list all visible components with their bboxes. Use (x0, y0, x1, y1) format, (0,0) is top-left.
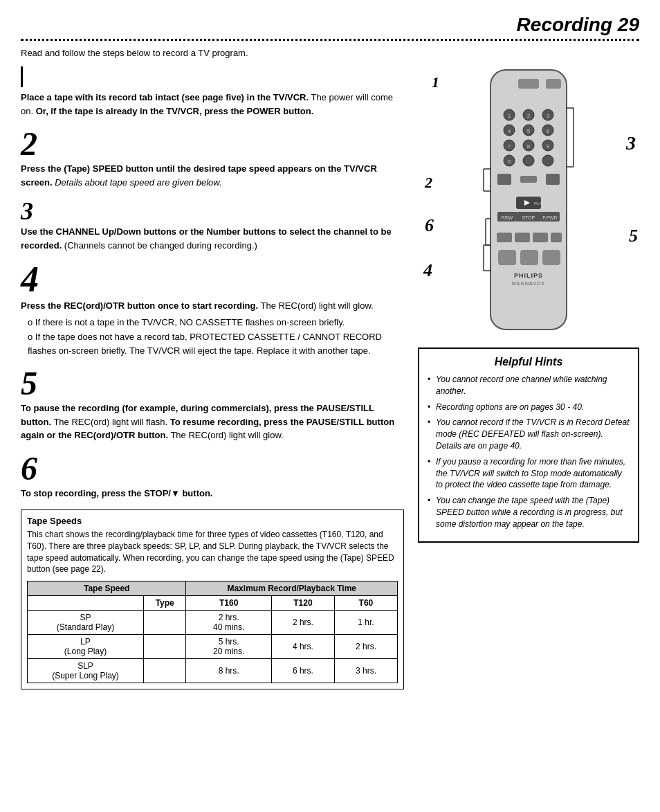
remote-label-4: 4 (423, 260, 432, 281)
svg-rect-26 (546, 174, 560, 185)
col-t120: T120 (271, 596, 334, 611)
step-4-bullet-1: If there is not a tape in the TV/VCR, NO… (28, 316, 404, 330)
intro-text: Read and follow the steps below to recor… (21, 48, 639, 58)
svg-rect-25 (497, 174, 511, 185)
step-6-number: 6 (21, 452, 404, 485)
lp-t160: 5 hrs.20 mins. (186, 635, 271, 659)
speed-slp-label: (Super Long Play) (52, 671, 119, 680)
remote-svg: 1 2 3 4 5 6 7 8 9 0 (459, 66, 598, 336)
step-2-number: 2 (21, 127, 404, 161)
step-3-text: Use the CHANNEL Up/Down buttons or the N… (21, 225, 404, 252)
svg-text:3: 3 (547, 113, 550, 119)
step-2-text: Press the (Tape) SPEED button until the … (21, 162, 404, 189)
col-t60: T60 (334, 596, 397, 611)
sp-type (144, 611, 186, 635)
svg-text:STOP: STOP (522, 215, 535, 220)
slp-t120: 6 hrs. (271, 659, 334, 683)
slp-t60: 3 hrs. (334, 659, 397, 683)
tape-speed-table: Tape Speed Maximum Record/Playback Time … (27, 581, 398, 683)
svg-text:7: 7 (508, 143, 511, 150)
svg-rect-41 (498, 250, 516, 265)
svg-text:6: 6 (547, 128, 550, 134)
col-max-time: Maximum Record/Playback Time (186, 581, 398, 596)
svg-text:5: 5 (527, 128, 531, 134)
hints-list: You cannot record one channel while watc… (428, 374, 630, 530)
svg-rect-39 (533, 233, 548, 242)
sp-t160: 2 hrs.40 mins. (186, 611, 271, 635)
col-tape-speed: Tape Speed (28, 581, 186, 596)
svg-rect-1 (518, 79, 539, 89)
slp-t160: 8 hrs. (186, 659, 271, 683)
lp-type (144, 635, 186, 659)
step-4: 4 Press the REC(ord)/OTR button once to … (21, 262, 404, 357)
svg-point-23 (523, 155, 534, 166)
svg-text:PHILIPS: PHILIPS (514, 272, 543, 279)
step-6: 6 To stop recording, press the STOP/▼ bu… (21, 452, 404, 500)
hints-title: Helpful Hints (428, 356, 630, 368)
svg-text:9: 9 (547, 143, 550, 150)
svg-text:REW: REW (502, 215, 513, 220)
speed-lp: LP(Long Play) (28, 635, 144, 659)
table-row: LP(Long Play) 5 hrs.20 mins. 4 hrs. 2 hr… (28, 635, 398, 659)
svg-rect-42 (520, 250, 538, 265)
speed-sp-label: (Standard Play) (57, 622, 114, 632)
remote-label-5: 5 (629, 226, 638, 246)
col-type: Type (144, 596, 186, 611)
svg-text:MAGNAVOX: MAGNAVOX (512, 281, 545, 286)
tape-speeds-box: Tape Speeds This chart shows the recordi… (21, 509, 404, 689)
hint-3: You cannot record if the TV/VCR is in Re… (428, 417, 630, 451)
step-3: 3 Use the CHANNEL Up/Down buttons or the… (21, 199, 404, 252)
svg-text:0: 0 (508, 159, 511, 165)
remote-label-3: 3 (626, 132, 636, 154)
slp-type (144, 659, 186, 683)
svg-rect-27 (520, 176, 537, 183)
svg-rect-2 (546, 79, 561, 89)
hint-4: If you pause a recording for more than f… (428, 456, 630, 491)
sp-t120: 2 hrs. (271, 611, 334, 635)
remote-label-6: 6 (425, 215, 434, 236)
tape-speeds-desc: This chart shows the recording/playback … (27, 529, 398, 575)
step-1: Place a tape with its record tab intact … (21, 66, 404, 118)
remote-label-1: 1 (432, 73, 439, 91)
svg-text:2: 2 (527, 113, 531, 119)
speed-slp: SLP(Super Long Play) (28, 659, 144, 683)
page-title: Recording (517, 14, 612, 35)
page-number: 29 (618, 14, 639, 35)
svg-rect-38 (515, 233, 530, 242)
col-speed-name (28, 596, 144, 611)
svg-rect-40 (551, 233, 562, 242)
step-5-text: To pause the recording (for example, dur… (21, 402, 404, 442)
right-column: 1 2 3 4 5 6 1 2 3 (418, 66, 639, 689)
helpful-hints-box: Helpful Hints You cannot record one chan… (418, 348, 639, 543)
step-4-bullet-2: If the tape does not have a record tab, … (28, 330, 404, 357)
step-1-number (21, 66, 28, 87)
hint-1: You cannot record one channel while watc… (428, 374, 630, 397)
table-row: SLP(Super Long Play) 8 hrs. 6 hrs. 3 hrs… (28, 659, 398, 683)
svg-rect-37 (497, 233, 512, 242)
step-4-text: Press the REC(ord)/OTR button once to st… (21, 299, 404, 313)
hint-2: Recording options are on pages 30 - 40. (428, 402, 630, 413)
step-1-text: Place a tape with its record tab intact … (21, 91, 404, 118)
table-header-row-1: Tape Speed Maximum Record/Playback Time (28, 581, 398, 596)
step-3-number: 3 (21, 199, 404, 224)
svg-text:1: 1 (508, 113, 511, 119)
step-2: 2 Press the (Tape) SPEED button until th… (21, 127, 404, 189)
lp-t120: 4 hrs. (271, 635, 334, 659)
hint-5: You can change the tape speed with the (… (428, 495, 630, 530)
table-row: SP(Standard Play) 2 hrs.40 mins. 2 hrs. … (28, 611, 398, 635)
col-t160: T160 (186, 596, 271, 611)
speed-lp-label: (Long Play) (64, 647, 107, 656)
table-header-row-2: Type T160 T120 T60 (28, 596, 398, 611)
page-header: Recording 29 (21, 14, 639, 41)
svg-point-24 (542, 155, 553, 166)
svg-text:F.FWD: F.FWD (542, 215, 557, 220)
svg-text:PLAY: PLAY (534, 201, 544, 206)
step-4-number: 4 (21, 262, 404, 298)
svg-text:8: 8 (527, 143, 531, 150)
step-4-bullets: If there is not a tape in the TV/VCR, NO… (21, 316, 404, 358)
left-column: Place a tape with its record tab intact … (21, 66, 404, 689)
step-5: 5 To pause the recording (for example, d… (21, 367, 404, 442)
remote-illustration: 1 2 3 4 5 6 1 2 3 (418, 66, 639, 336)
speed-sp: SP(Standard Play) (28, 611, 144, 635)
tape-speeds-title: Tape Speeds (27, 516, 398, 526)
